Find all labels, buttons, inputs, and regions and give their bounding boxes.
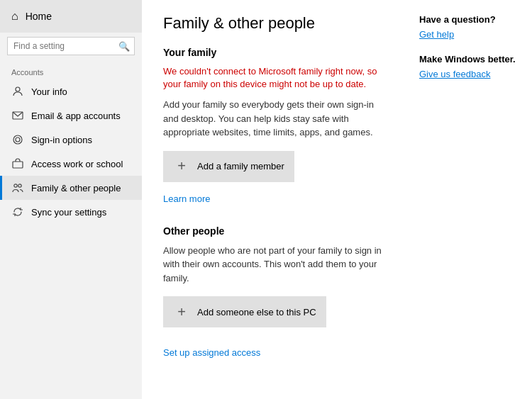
learn-more-link[interactable]: Learn more	[163, 193, 210, 204]
search-icon: 🔍	[114, 41, 134, 52]
add-family-plus-icon: +	[173, 158, 190, 175]
search-box-container: 🔍	[7, 37, 135, 55]
svg-rect-4	[13, 162, 23, 168]
sidebar-item-sign-in-options[interactable]: Sign-in options	[0, 128, 142, 152]
your-family-heading: Your family	[163, 47, 387, 58]
sidebar-item-sign-in-label: Sign-in options	[31, 135, 92, 145]
svg-point-6	[18, 184, 21, 187]
sidebar-item-work-label: Access work or school	[31, 159, 123, 169]
email-icon	[11, 110, 24, 121]
other-people-section: Other people Allow people who are not pa…	[163, 225, 387, 359]
main-content: Family & other people Your family We cou…	[142, 0, 408, 399]
search-box-wrap: 🔍	[0, 33, 142, 62]
home-icon: ⌂	[11, 10, 18, 23]
other-people-heading: Other people	[163, 225, 387, 237]
make-windows-section: Make Windows better. Give us feedback	[419, 54, 521, 79]
sidebar: ⌂ Home 🔍 Accounts Your info Email & app …	[0, 0, 142, 399]
home-label: Home	[26, 11, 52, 22]
sidebar-item-family-label: Family & other people	[31, 183, 121, 193]
family-icon	[11, 182, 24, 193]
add-someone-else-button[interactable]: + Add someone else to this PC	[163, 296, 326, 327]
page-title: Family & other people	[163, 14, 387, 33]
your-family-section: Your family We couldn't connect to Micro…	[163, 47, 387, 218]
sign-in-icon	[11, 134, 24, 145]
svg-point-2	[16, 137, 20, 142]
add-family-member-label: Add a family member	[197, 161, 284, 172]
your-info-icon	[11, 86, 24, 97]
add-someone-else-label: Add someone else to this PC	[197, 307, 316, 317]
app-container: ⌂ Home 🔍 Accounts Your info Email & app …	[0, 0, 532, 399]
have-question-section: Have a question? Get help	[419, 14, 521, 40]
sidebar-item-email-label: Email & app accounts	[31, 111, 121, 121]
right-panel: Have a question? Get help Make Windows b…	[408, 0, 532, 399]
add-someone-plus-icon: +	[173, 303, 190, 320]
set-assigned-access-link[interactable]: Set up assigned access	[163, 347, 260, 358]
svg-point-3	[13, 135, 22, 144]
other-people-description: Allow people who are not part of your fa…	[163, 244, 387, 286]
work-icon	[11, 158, 24, 169]
give-feedback-link[interactable]: Give us feedback	[419, 69, 521, 79]
svg-point-0	[16, 87, 20, 91]
family-warning-text: We couldn't connect to Microsoft family …	[163, 65, 387, 91]
sidebar-item-sync-label: Sync your settings	[31, 207, 106, 218]
sidebar-item-access-work-school[interactable]: Access work or school	[0, 152, 142, 176]
add-family-member-button[interactable]: + Add a family member	[163, 151, 294, 182]
sidebar-item-your-info-label: Your info	[31, 86, 67, 97]
sidebar-item-your-info[interactable]: Your info	[0, 79, 142, 103]
sidebar-item-email-app-accounts[interactable]: Email & app accounts	[0, 103, 142, 128]
make-windows-heading: Make Windows better.	[419, 54, 521, 64]
accounts-section-label: Accounts	[0, 62, 142, 79]
sidebar-home-button[interactable]: ⌂ Home	[0, 0, 142, 33]
search-input[interactable]	[8, 38, 114, 55]
family-description: Add your family so everybody gets their …	[163, 98, 387, 140]
sidebar-item-sync-settings[interactable]: Sync your settings	[0, 200, 142, 224]
sync-icon	[11, 206, 24, 218]
sidebar-item-family-other-people[interactable]: Family & other people	[0, 176, 142, 200]
have-question-heading: Have a question?	[419, 14, 521, 25]
svg-point-5	[14, 184, 17, 187]
get-help-link[interactable]: Get help	[419, 29, 521, 40]
